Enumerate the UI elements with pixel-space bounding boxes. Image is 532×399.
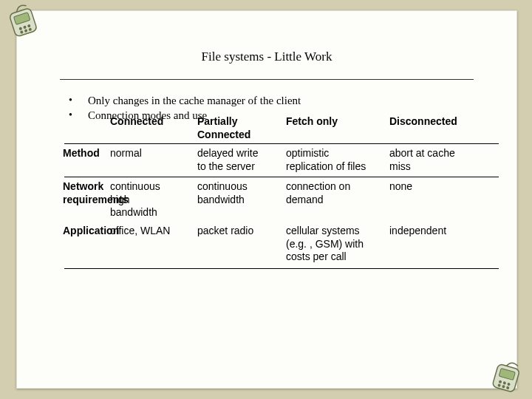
row-label-method: Method bbox=[63, 147, 100, 160]
header-fetch-only: Fetch only bbox=[286, 115, 338, 129]
cell-network-fetch: connection on demand bbox=[286, 180, 350, 206]
bullet-dot: • bbox=[69, 95, 72, 106]
cell-method-connected: normal bbox=[110, 147, 142, 160]
cell-method-partial: delayed write to the server bbox=[197, 147, 259, 173]
header-disconnected: Disconnected bbox=[389, 115, 457, 129]
cell-app-fetch: cellular systems (e.g. , GSM) with costs… bbox=[286, 225, 364, 264]
cell-network-disconnected: none bbox=[389, 180, 412, 194]
title-underline bbox=[60, 79, 474, 80]
bullet-dot: • bbox=[69, 109, 72, 121]
cell-network-partial: continuous bandwidth bbox=[197, 180, 248, 206]
header-partially-connected: Partially Connected bbox=[197, 115, 250, 141]
cell-app-disconnected: independent bbox=[389, 225, 446, 238]
cell-app-connected: office, WLAN bbox=[110, 225, 170, 238]
table-rule bbox=[64, 143, 499, 144]
cell-network-connected: continuous high bandwidth bbox=[110, 180, 160, 219]
slide-paper: File systems - Little Work • Only change… bbox=[16, 10, 517, 389]
slide-title: File systems - Little Work bbox=[17, 50, 516, 64]
table-rule bbox=[64, 268, 499, 269]
table-rule bbox=[64, 177, 499, 177]
header-connected: Connected bbox=[110, 115, 163, 129]
cell-app-partial: packet radio bbox=[197, 225, 253, 238]
bullet-text-1: Only changes in the cache manager of the… bbox=[88, 95, 301, 107]
cell-method-fetch: optimistic replication of files bbox=[286, 147, 366, 173]
cell-method-disconnected: abort at cache miss bbox=[389, 147, 455, 173]
